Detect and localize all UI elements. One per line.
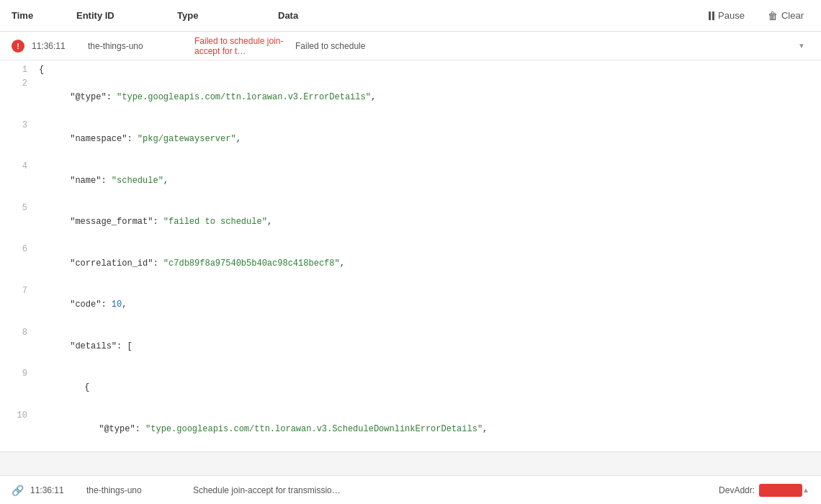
event-time: 11:36:11 — [32, 41, 88, 51]
error-icon: ! — [12, 40, 24, 53]
pause-icon — [709, 12, 714, 20]
json-panel: 1 { 2 "@type": "type.googleapis.com/ttn.… — [0, 60, 821, 452]
devaddr-value — [759, 484, 802, 497]
json-line: 10 "@type": "type.googleapis.com/ttn.lor… — [0, 409, 821, 451]
header-bar: Time Entity ID Type Data Pause 🗑 Clear — [0, 0, 821, 32]
bottom-event-row[interactable]: 🔗 11:36:11 the-things-uno Schedule join-… — [0, 475, 821, 504]
pause-label: Pause — [718, 10, 745, 21]
col-type-header: Type — [177, 10, 278, 21]
json-line: 9 { — [0, 367, 821, 409]
bottom-event-type: Schedule join-accept for transmissio… — [193, 485, 719, 495]
json-line: 2 "@type": "type.googleapis.com/ttn.lora… — [0, 77, 821, 119]
bottom-event-time: 11:36:11 — [30, 485, 86, 495]
clear-label: Clear — [781, 10, 804, 21]
link-icon: 🔗 — [12, 485, 23, 496]
col-entity-header: Entity ID — [76, 10, 177, 21]
header-actions: Pause 🗑 Clear — [703, 7, 809, 24]
col-data-header: Data — [278, 10, 703, 21]
json-line: 11 "path_errors": [ — [0, 450, 821, 452]
col-time-header: Time — [12, 10, 76, 21]
event-row[interactable]: ! 11:36:11 the-things-uno Failed to sche… — [0, 32, 821, 60]
event-type: Failed to schedule join-accept for t… — [194, 36, 295, 56]
json-line: 5 "message_format": "failed to schedule"… — [0, 202, 821, 243]
json-line: 3 "namespace": "pkg/gatewayserver", — [0, 119, 821, 161]
clear-button[interactable]: 🗑 Clear — [762, 7, 809, 24]
expand-arrow-up: ▲ — [802, 486, 809, 494]
json-line: 1 { — [0, 63, 821, 77]
bottom-event-entity: the-things-uno — [86, 485, 193, 495]
expand-arrow-down: ▼ — [798, 42, 809, 50]
json-line: 6 "correlation_id": "c7db89f8a97540b5b40… — [0, 243, 821, 284]
pause-button[interactable]: Pause — [703, 7, 750, 24]
trash-icon: 🗑 — [768, 10, 778, 22]
json-line: 4 "name": "schedule", — [0, 160, 821, 202]
json-line: 7 "code": 10, — [0, 284, 821, 326]
json-line: 8 "details": [ — [0, 326, 821, 368]
event-data: Failed to schedule — [295, 41, 792, 51]
devaddr-label: DevAddr: — [719, 485, 755, 495]
event-entity: the-things-uno — [88, 41, 194, 51]
